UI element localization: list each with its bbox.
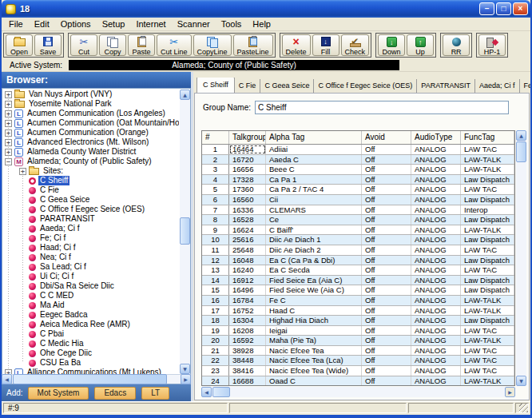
table-cell[interactable]: Off [362, 306, 411, 316]
tab-c-sheiff[interactable]: C Sheiff [197, 78, 235, 93]
tree-item-ma-aid[interactable]: Ma Aid [2, 301, 179, 310]
table-cell[interactable]: Off [362, 376, 411, 385]
table-cell[interactable]: 24 [202, 376, 229, 385]
expand-toggle-icon[interactable]: + [5, 91, 12, 98]
table-cell[interactable]: ANALOG [411, 316, 461, 325]
menu-tools[interactable]: Tools [216, 18, 248, 30]
table-cell[interactable]: 23 [202, 366, 229, 376]
table-cell[interactable]: Off [362, 265, 411, 275]
table-cell[interactable]: Off [362, 256, 411, 265]
table-cell[interactable]: ANALOG [411, 336, 461, 345]
toolbar-fill-button[interactable]: ↓Fill [312, 34, 339, 56]
table-cell[interactable]: 16560 [229, 195, 266, 205]
table-cell[interactable]: 9 [202, 225, 229, 235]
table-cell[interactable]: Off [362, 366, 411, 376]
table-cell[interactable]: ANALOG [411, 205, 461, 215]
toolbar-down-button[interactable]: ↓Down [378, 34, 405, 56]
scroll-thumb[interactable] [13, 374, 167, 384]
table-cell[interactable]: Maha (Pie Ta) [266, 336, 362, 345]
table-cell[interactable]: Off [362, 296, 411, 305]
tab-aaeda-ci-f[interactable]: Aaeda; Ci f [475, 79, 520, 93]
tree-item-eegec-badca[interactable]: Eegec Badca [2, 310, 179, 320]
scroll-thumb[interactable] [180, 217, 190, 245]
tree-item-sites[interactable]: +Sites: [2, 166, 179, 176]
scroll-down-icon[interactable]: ▼ [180, 364, 190, 374]
table-cell[interactable]: Off [362, 205, 411, 215]
tree-item-ohe-cege-diic[interactable]: Ohe Cege Diic [2, 348, 179, 358]
table-cell[interactable]: ANALOG [411, 155, 461, 165]
tab-fe-ci-f[interactable]: Fe; Ci f [520, 79, 530, 93]
table-cell[interactable]: LAW TAC [461, 265, 514, 275]
tree-item-paratransit[interactable]: PARATRANSIT [2, 214, 179, 224]
tree-item-alameda-county-of-public-safety[interactable]: −MAlameda; County of (Public Safety) [2, 157, 179, 166]
grid-horizontal-scrollbar[interactable]: ◀ ▶ [201, 387, 515, 397]
table-cell[interactable]: 16336 [229, 205, 266, 215]
menu-setup[interactable]: Setup [97, 18, 131, 30]
table-cell[interactable]: ANALOG [411, 145, 461, 154]
table-cell[interactable]: 19 [202, 326, 229, 336]
tree-item-c-c-med[interactable]: C C MED [2, 291, 179, 301]
toolbar-check-button[interactable]: ✔Check [341, 34, 370, 56]
table-cell[interactable]: ANALOG [411, 276, 461, 285]
table-cell[interactable]: Off [362, 185, 411, 194]
toolbar-cut-line-button[interactable]: ✂Cut Line [157, 34, 192, 56]
table-cell[interactable]: 38416 [229, 366, 266, 376]
tree-item-c-office-f-eegec-seice-oes[interactable]: C Office f Eegec Seice (OES) [2, 205, 179, 214]
table-cell[interactable]: 16784 [229, 296, 266, 305]
table-cell[interactable]: LAW TAC [461, 245, 514, 255]
table-cell[interactable]: 8 [202, 215, 229, 225]
add-mot-system-button[interactable]: Mot System [28, 387, 89, 400]
table-cell[interactable]: Nacic Efcee Tea (Wide) [266, 366, 362, 376]
table-cell[interactable]: Law Dispatch [461, 256, 514, 265]
table-cell[interactable]: Nacic Efcee Tea [266, 346, 362, 356]
scroll-right-icon[interactable]: ▶ [181, 374, 191, 384]
table-cell[interactable]: ANALOG [411, 356, 461, 365]
toolbar-up-button[interactable]: ↑Up [407, 34, 434, 56]
add-edacs-button[interactable]: Edacs [94, 387, 136, 400]
table-cell[interactable]: ANALOG [411, 245, 461, 255]
scroll-right-icon[interactable]: ▶ [505, 387, 515, 397]
expand-toggle-icon[interactable]: + [5, 120, 12, 127]
group-name-input[interactable] [255, 101, 509, 114]
table-cell[interactable]: 4 [202, 175, 229, 185]
table-cell[interactable]: 15 [202, 285, 229, 295]
table-cell[interactable]: ANALOG [411, 215, 461, 225]
expand-toggle-icon[interactable]: + [5, 149, 12, 156]
title-bar[interactable]: 18 – □ × [2, 0, 530, 18]
table-cell[interactable]: Law Dispatch [461, 235, 514, 245]
table-cell[interactable]: Off [362, 225, 411, 235]
tree-item-aeica-medica-ree-amr[interactable]: Aeica Medica Ree (AMR) [2, 320, 179, 329]
table-cell[interactable]: Fe C [266, 296, 362, 305]
table-cell[interactable]: 5 [202, 185, 229, 194]
menu-internet[interactable]: Internet [130, 18, 171, 30]
table-cell[interactable]: 17 [202, 306, 229, 316]
table-cell[interactable]: Aaeda C [266, 155, 362, 165]
table-cell[interactable]: 10 [202, 235, 229, 245]
table-cell[interactable]: 20 [202, 336, 229, 345]
table-cell[interactable]: Fied Seice Ea (Aia C) [266, 276, 362, 285]
table-cell[interactable]: Off [362, 145, 411, 154]
table-cell[interactable]: 16208 [229, 326, 266, 336]
table-cell[interactable]: 21 [202, 346, 229, 356]
table-cell[interactable]: Oaad C [266, 376, 362, 385]
table-cell[interactable]: ANALOG [411, 265, 461, 275]
expand-toggle-icon[interactable]: + [19, 168, 26, 175]
table-cell[interactable]: 16752 [229, 306, 266, 316]
toolbar-open-button[interactable]: Open [6, 34, 33, 56]
scroll-thumb[interactable] [516, 141, 526, 162]
toolbar-pasteline-button[interactable]: PasteLine [233, 34, 273, 56]
table-cell[interactable]: ANALOG [411, 376, 461, 385]
table-cell[interactable]: LAW-TALK [461, 376, 514, 385]
table-cell[interactable]: LAW-TALK [461, 165, 514, 174]
table-cell[interactable]: Diic Ae Diach 2 [266, 245, 362, 255]
table-cell[interactable]: Haad C [266, 306, 362, 316]
tree-item-ui-ci-ci-f[interactable]: Ui Ci; Ci f [2, 272, 179, 281]
table-cell[interactable]: LAW-TALK [461, 336, 514, 345]
table-cell[interactable]: Ca Pa 2 / TAC 4 [266, 185, 362, 194]
toolbar-hp-1-button[interactable]: HP-1 [478, 34, 506, 56]
table-cell[interactable]: Law Dispatch [461, 276, 514, 285]
scroll-down-icon[interactable]: ▼ [516, 376, 526, 386]
table-cell[interactable]: Off [362, 346, 411, 356]
toolbar-save-button[interactable]: Save [34, 34, 62, 56]
table-cell[interactable]: Beee C [266, 165, 362, 174]
